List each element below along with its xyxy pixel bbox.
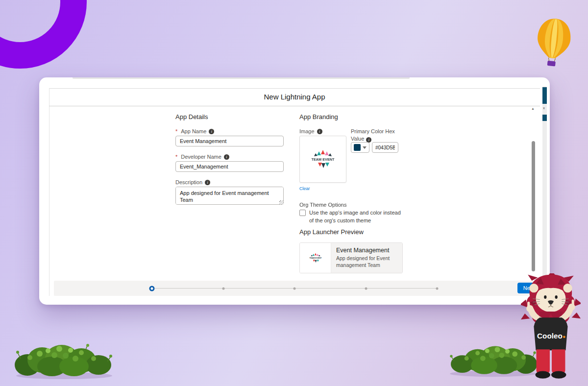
bush-left-illustration xyxy=(13,338,116,380)
mascot-shirt-text: Cooleo xyxy=(537,332,563,340)
primary-color-label: Primary Color Hex Valuei xyxy=(351,128,402,143)
app-name-input[interactable] xyxy=(175,136,284,146)
color-swatch-chip xyxy=(354,144,361,151)
progress-step-2 xyxy=(222,287,224,290)
outer-scrollbar-mark xyxy=(542,115,547,121)
info-icon[interactable]: i xyxy=(224,154,229,160)
progress-step-3 xyxy=(294,287,296,290)
modal-left-border xyxy=(49,88,49,296)
purple-ring-decoration xyxy=(0,0,87,69)
preview-app-description: App designed for Event management Team xyxy=(336,255,397,268)
svg-text:TEAM EVENT: TEAM EVENT xyxy=(311,157,335,162)
lion-mascot-illustration: Cooleo xyxy=(521,273,581,381)
app-details-heading: App Details xyxy=(175,113,208,121)
info-icon[interactable]: i xyxy=(209,129,214,134)
outer-scrollbar-strip[interactable]: x xyxy=(542,86,547,296)
image-label: Image i xyxy=(299,128,322,134)
required-asterisk: * xyxy=(175,154,177,160)
modal-title: New Lightning App xyxy=(49,93,540,101)
modal-header-divider xyxy=(49,106,540,106)
scrollbar-up-arrow[interactable]: ▲ xyxy=(531,107,535,110)
team-event-logo-small: TEAM EVENT xyxy=(307,252,324,264)
org-theme-options-label: Org Theme Options xyxy=(299,202,346,208)
developer-name-input[interactable] xyxy=(175,161,284,172)
browser-remnant-strip xyxy=(73,77,410,79)
close-x-mark: x xyxy=(543,106,545,110)
modal-top-border xyxy=(49,88,540,89)
progress-step-5 xyxy=(436,287,439,290)
color-swatch-dropdown[interactable] xyxy=(351,142,369,153)
org-theme-checkbox[interactable] xyxy=(299,210,306,216)
description-label: Description i xyxy=(175,179,210,185)
wizard-progress-indicator xyxy=(152,285,437,291)
outer-scrollbar-mark xyxy=(542,87,547,104)
preview-app-title: Event Management xyxy=(336,247,397,254)
new-lightning-app-modal: New Lightning App App Details *App Name … xyxy=(39,77,550,305)
svg-text:TEAM EVENT: TEAM EVENT xyxy=(309,257,322,259)
modal-footer: Next xyxy=(54,281,542,296)
team-event-logo: TEAM EVENT xyxy=(307,148,339,170)
org-theme-checkbox-row: Use the app's image and color instead of… xyxy=(299,209,405,225)
info-icon[interactable]: i xyxy=(205,180,210,185)
progress-step-1-active xyxy=(149,286,155,291)
info-icon[interactable]: i xyxy=(317,129,322,134)
app-name-label: *App Name i xyxy=(175,128,214,134)
org-theme-checkbox-label: Use the app's image and color instead of… xyxy=(309,209,405,225)
progress-step-4 xyxy=(365,287,367,290)
required-asterisk: * xyxy=(175,128,177,134)
app-launcher-preview-card: TEAM EVENT Event Management App designed… xyxy=(299,242,403,273)
scrollbar-thumb[interactable] xyxy=(532,141,535,271)
hot-air-balloon-illustration xyxy=(531,15,577,69)
primary-color-hex-input[interactable] xyxy=(372,142,398,153)
preview-text-cell: Event Management App designed for Event … xyxy=(331,243,402,273)
app-launcher-preview-heading: App Launcher Preview xyxy=(299,228,364,236)
clear-image-link[interactable]: Clear xyxy=(299,186,310,191)
chevron-down-icon xyxy=(363,146,367,149)
preview-logo-cell: TEAM EVENT xyxy=(300,243,331,273)
brand-image-upload-box[interactable]: TEAM EVENT xyxy=(299,136,346,183)
app-branding-heading: App Branding xyxy=(299,113,338,121)
developer-name-label: *Developer Name i xyxy=(175,154,229,160)
textarea-resize-grip[interactable] xyxy=(279,200,283,204)
description-textarea[interactable]: App designed for Event management Team xyxy=(175,187,284,205)
